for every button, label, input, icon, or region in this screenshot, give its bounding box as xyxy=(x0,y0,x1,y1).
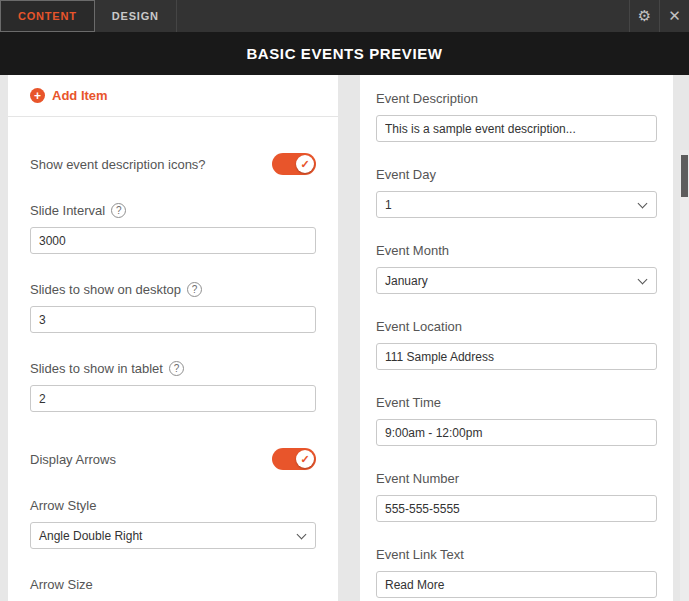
slides-desktop-field: Slides to show on desktop ? xyxy=(30,282,316,333)
display-arrows-toggle[interactable]: ✓ xyxy=(272,448,316,470)
toggle-knob: ✓ xyxy=(296,155,314,173)
event-time-input[interactable] xyxy=(376,419,657,446)
slides-desktop-label: Slides to show on desktop ? xyxy=(30,282,316,297)
event-time-field: Event Time xyxy=(376,395,657,446)
settings-panel: + Add Item Show event description icons?… xyxy=(8,75,338,601)
slide-interval-label: Slide Interval ? xyxy=(30,203,316,218)
arrow-size-label: Arrow Size xyxy=(30,577,316,592)
show-icons-label: Show event description icons? xyxy=(30,157,206,172)
add-item-button[interactable]: + Add Item xyxy=(30,88,316,103)
show-icons-toggle[interactable]: ✓ xyxy=(272,153,316,175)
gear-icon: ⚙ xyxy=(638,7,651,25)
event-number-field: Event Number xyxy=(376,471,657,522)
event-description-field: Event Description xyxy=(376,91,657,142)
event-month-field: Event Month January xyxy=(376,243,657,294)
vertical-scrollbar xyxy=(680,150,689,601)
slides-tablet-label-text: Slides to show in tablet xyxy=(30,361,163,376)
event-description-label: Event Description xyxy=(376,91,657,106)
close-icon: ✕ xyxy=(668,7,681,25)
event-day-value: 1 xyxy=(385,198,392,212)
event-day-select[interactable]: 1 xyxy=(376,191,657,218)
event-day-label: Event Day xyxy=(376,167,657,182)
tab-content[interactable]: CONTENT xyxy=(0,0,95,32)
event-description-input[interactable] xyxy=(376,115,657,142)
help-icon[interactable]: ? xyxy=(169,361,184,376)
slide-interval-label-text: Slide Interval xyxy=(30,203,105,218)
event-link-text-label: Event Link Text xyxy=(376,547,657,562)
event-number-label: Event Number xyxy=(376,471,657,486)
event-location-label: Event Location xyxy=(376,319,657,334)
arrow-style-field: Arrow Style Angle Double Right xyxy=(30,498,316,549)
chevron-down-icon xyxy=(638,198,648,208)
event-month-value: January xyxy=(385,274,428,288)
check-icon: ✓ xyxy=(300,159,309,170)
divider xyxy=(8,116,338,117)
arrow-style-label: Arrow Style xyxy=(30,498,316,513)
preview-title: BASIC EVENTS PREVIEW xyxy=(246,45,442,62)
event-month-label: Event Month xyxy=(376,243,657,258)
check-icon: ✓ xyxy=(300,454,309,465)
slides-tablet-label: Slides to show in tablet ? xyxy=(30,361,316,376)
arrow-style-value: Angle Double Right xyxy=(39,529,142,543)
slide-interval-input[interactable] xyxy=(30,227,316,254)
chevron-down-icon xyxy=(297,529,307,539)
slides-desktop-label-text: Slides to show on desktop xyxy=(30,282,181,297)
slide-interval-field: Slide Interval ? xyxy=(30,203,316,254)
event-location-field: Event Location xyxy=(376,319,657,370)
show-icons-row: Show event description icons? ✓ xyxy=(30,153,316,175)
tab-design[interactable]: DESIGN xyxy=(95,0,177,32)
display-arrows-row: Display Arrows ✓ xyxy=(30,448,316,470)
event-day-field: Event Day 1 xyxy=(376,167,657,218)
slides-desktop-input[interactable] xyxy=(30,306,316,333)
scrollbar-thumb[interactable] xyxy=(681,155,688,197)
close-button[interactable]: ✕ xyxy=(659,0,689,32)
slides-tablet-field: Slides to show in tablet ? xyxy=(30,361,316,412)
toggle-knob: ✓ xyxy=(296,450,314,468)
plus-circle-icon: + xyxy=(30,88,45,103)
slides-tablet-input[interactable] xyxy=(30,385,316,412)
help-icon[interactable]: ? xyxy=(187,282,202,297)
arrow-style-select[interactable]: Angle Double Right xyxy=(30,522,316,549)
event-location-input[interactable] xyxy=(376,343,657,370)
settings-button[interactable]: ⚙ xyxy=(629,0,659,32)
chevron-down-icon xyxy=(638,274,648,284)
preview-header: BASIC EVENTS PREVIEW xyxy=(0,32,689,75)
event-number-input[interactable] xyxy=(376,495,657,522)
add-item-label: Add Item xyxy=(52,88,108,103)
event-link-text-input[interactable] xyxy=(376,571,657,598)
topbar-spacer xyxy=(177,0,629,32)
topbar: CONTENT DESIGN ⚙ ✕ xyxy=(0,0,689,32)
content-area: + Add Item Show event description icons?… xyxy=(0,75,689,601)
event-form-panel: Event Description Event Day 1 Event Mont… xyxy=(360,75,673,601)
event-link-text-field: Event Link Text xyxy=(376,547,657,598)
help-icon[interactable]: ? xyxy=(111,203,126,218)
event-month-select[interactable]: January xyxy=(376,267,657,294)
display-arrows-label: Display Arrows xyxy=(30,452,116,467)
event-time-label: Event Time xyxy=(376,395,657,410)
arrow-size-field: Arrow Size xyxy=(30,577,316,592)
